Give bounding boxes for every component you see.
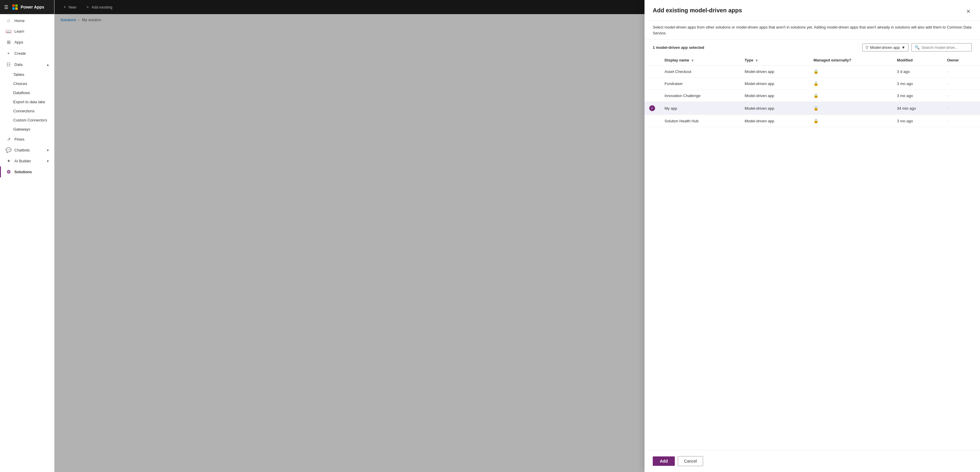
sidebar-item-apps[interactable]: ⊞ Apps (0, 37, 54, 48)
sidebar-item-chatbots[interactable]: 💬 Chatbots ▼ (0, 145, 54, 155)
filter-icon: ▽ (865, 45, 869, 50)
sub-item-label: Tables (13, 72, 24, 77)
apps-table: Display name ∨ Type ∨ Managed externally… (644, 55, 980, 127)
sidebar: ☰ Power Apps ⌂ Home 📖 Learn ⊞ Apps ＋ Cre… (0, 0, 54, 472)
sidebar-item-label: AI Builder (14, 159, 31, 163)
row-owner: - (942, 102, 980, 115)
dialog-panel: Add existing model-driven apps ✕ Select … (644, 0, 980, 472)
description-text: Select model-driven apps from other solu… (653, 25, 972, 35)
chevron-down-icon: ▼ (901, 45, 905, 50)
sidebar-item-label: Learn (14, 29, 24, 33)
filter-search-group: ▽ Model-driven app ▼ 🔍 (862, 43, 972, 51)
lock-icon: 🔒 (813, 93, 818, 98)
add-button[interactable]: Add (653, 456, 675, 466)
sidebar-item-dataflows[interactable]: Dataflows (0, 88, 54, 97)
sidebar-item-choices[interactable]: Choices (0, 79, 54, 88)
product-name: Power Apps (21, 5, 44, 10)
search-input-wrap: 🔍 (912, 43, 972, 51)
sidebar-item-flows[interactable]: ↗ Flows (0, 134, 54, 145)
ai-builder-icon: ✦ (6, 158, 11, 164)
dialog-table: Display name ∨ Type ∨ Managed externally… (644, 55, 980, 450)
home-icon: ⌂ (6, 18, 11, 23)
sidebar-item-label: Data (14, 62, 22, 67)
row-modified: 3 mo ago (892, 78, 942, 90)
search-icon: 🔍 (915, 45, 920, 50)
row-owner: - (942, 115, 980, 127)
sort-icon[interactable]: ∨ (756, 59, 758, 62)
row-modified: 3 d ago (892, 66, 942, 78)
close-button[interactable]: ✕ (965, 7, 972, 16)
sidebar-item-create[interactable]: ＋ Create (0, 48, 54, 59)
col-modified: Modified (892, 55, 942, 66)
search-input[interactable] (921, 45, 969, 50)
col-display-name: Display name ∨ (660, 55, 740, 66)
chevron-down-icon: ▼ (46, 159, 49, 163)
sub-item-label: Choices (13, 81, 27, 86)
dialog-title: Add existing model-driven apps (653, 7, 742, 14)
flows-icon: ↗ (6, 136, 11, 142)
row-managed: 🔒 (809, 78, 892, 90)
col-owner: Owner (942, 55, 980, 66)
selected-count: 1 model-driven app selected (653, 45, 704, 50)
col-check (644, 55, 660, 66)
row-managed: 🔒 (809, 66, 892, 78)
sidebar-nav: ⌂ Home 📖 Learn ⊞ Apps ＋ Create ☷ Data ▲ … (0, 14, 54, 179)
sidebar-item-learn[interactable]: 📖 Learn (0, 26, 54, 37)
dialog-toolbar: 1 model-driven app selected ▽ Model-driv… (644, 40, 980, 55)
selected-check-icon: ✓ (649, 105, 655, 111)
row-modified: 3 mo ago (892, 115, 942, 127)
dialog-footer: Add Cancel (644, 450, 980, 472)
row-display-name: Innovation Challenge (660, 90, 740, 102)
menu-icon[interactable]: ☰ (3, 5, 10, 10)
sidebar-item-home[interactable]: ⌂ Home (0, 15, 54, 26)
lock-icon: 🔒 (813, 106, 818, 111)
sidebar-item-tables[interactable]: Tables (0, 70, 54, 79)
table-row[interactable]: Solution Health Hub Model-driven app 🔒 3… (644, 115, 980, 127)
row-display-name: Solution Health Hub (660, 115, 740, 127)
row-modified: 34 min ago (892, 102, 942, 115)
row-display-name: Asset Checkout (660, 66, 740, 78)
filter-button[interactable]: ▽ Model-driven app ▼ (862, 44, 908, 51)
apps-icon: ⊞ (6, 40, 11, 45)
chatbots-icon: 💬 (6, 147, 11, 153)
row-check[interactable]: ✓ (644, 102, 660, 115)
sidebar-item-gateways[interactable]: Gateways (0, 125, 54, 134)
sub-item-label: Export to data lake (13, 100, 45, 104)
row-check[interactable] (644, 78, 660, 90)
chevron-up-icon: ▲ (46, 63, 49, 67)
row-check[interactable] (644, 90, 660, 102)
sidebar-item-solutions[interactable]: ⚙ Solutions (0, 166, 54, 177)
sidebar-item-connections[interactable]: Connections (0, 106, 54, 116)
sidebar-item-export-data-lake[interactable]: Export to data lake (0, 97, 54, 106)
lock-icon: 🔒 (813, 69, 818, 74)
table-row[interactable]: ✓ My app Model-driven app 🔒 34 min ago - (644, 102, 980, 115)
sidebar-header: ☰ Power Apps (0, 0, 54, 14)
learn-icon: 📖 (6, 29, 11, 34)
sidebar-item-ai-builder[interactable]: ✦ AI Builder ▼ (0, 155, 54, 166)
dialog-overlay: Add existing model-driven apps ✕ Select … (54, 0, 980, 472)
sidebar-item-data[interactable]: ☷ Data ▲ (0, 59, 54, 70)
table-row[interactable]: Asset Checkout Model-driven app 🔒 3 d ag… (644, 66, 980, 78)
data-icon: ☷ (6, 62, 11, 67)
row-modified: 3 mo ago (892, 90, 942, 102)
sort-icon[interactable]: ∨ (691, 59, 694, 62)
table-row[interactable]: Innovation Challenge Model-driven app 🔒 … (644, 90, 980, 102)
row-check[interactable] (644, 115, 660, 127)
chevron-down-icon: ▼ (46, 149, 49, 152)
col-managed: Managed externally? (809, 55, 892, 66)
dialog-header: Add existing model-driven apps ✕ (644, 0, 980, 21)
sidebar-item-label: Flows (14, 137, 24, 141)
filter-label: Model-driven app (870, 45, 900, 50)
row-display-name: My app (660, 102, 740, 115)
sidebar-item-label: Create (14, 51, 26, 55)
sub-item-label: Dataflows (13, 90, 30, 95)
solutions-icon: ⚙ (6, 169, 11, 175)
row-managed: 🔒 (809, 102, 892, 115)
table-row[interactable]: Fundraiser Model-driven app 🔒 3 mo ago - (644, 78, 980, 90)
sidebar-item-custom-connectors[interactable]: Custom Connectors (0, 116, 54, 125)
sidebar-item-label: Apps (14, 40, 23, 44)
row-check[interactable] (644, 66, 660, 78)
lock-icon: 🔒 (813, 81, 818, 86)
cancel-button[interactable]: Cancel (678, 456, 703, 466)
sidebar-item-label: Home (14, 19, 25, 23)
